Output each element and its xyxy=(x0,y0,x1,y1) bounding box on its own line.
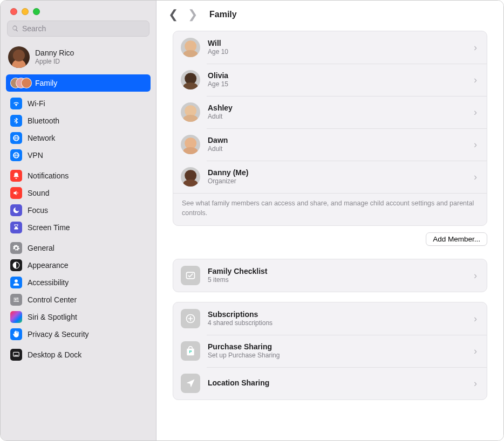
row-sub: 4 shared subscriptions xyxy=(208,319,466,327)
member-role: Organizer xyxy=(208,177,466,185)
sidebar-item-control-center[interactable]: Control Center xyxy=(6,291,151,308)
sidebar-item-focus[interactable]: Focus xyxy=(6,202,151,219)
sidebar-list[interactable]: Family Wi-Fi Bluetooth Network VPN xyxy=(1,74,156,440)
sidebar-item-vpn[interactable]: VPN xyxy=(6,147,151,164)
chevron-right-icon: › xyxy=(474,42,479,53)
chevron-right-icon: › xyxy=(474,171,479,183)
sidebar-item-label: Network xyxy=(28,134,55,142)
sidebar-item-label: Family xyxy=(35,79,57,87)
member-role: Adult xyxy=(208,113,466,121)
member-name: Will xyxy=(208,39,466,49)
sidebar-item-label: Wi-Fi xyxy=(28,99,45,108)
family-member-row[interactable]: Dawn Adult › xyxy=(173,128,487,161)
sidebar-item-label: Screen Time xyxy=(28,223,70,232)
sidebar-item-label: Focus xyxy=(28,206,48,215)
sidebar-item-label: Siri & Spotlight xyxy=(28,313,77,321)
row-title: Purchase Sharing xyxy=(208,342,466,352)
system-settings-window: Danny Rico Apple ID Family Wi-Fi Bluetoo… xyxy=(1,1,503,440)
row-title: Family Checklist xyxy=(208,267,466,277)
appearance-icon xyxy=(10,259,22,271)
sidebar-item-label: Control Center xyxy=(28,295,77,304)
sidebar-item-desktop-dock[interactable]: Desktop & Dock xyxy=(6,346,151,363)
checklist-icon xyxy=(181,266,200,285)
nav-arrows: ❮ ❯ xyxy=(168,9,197,20)
member-avatar xyxy=(181,135,200,154)
control-center-icon xyxy=(10,294,22,306)
sidebar-item-accessibility[interactable]: Accessibility xyxy=(6,274,151,291)
members-footer-text: See what family members can access and s… xyxy=(173,193,487,225)
feature-icon xyxy=(181,309,200,328)
sidebar-item-label: General xyxy=(28,244,55,252)
vpn-icon xyxy=(10,149,22,161)
sidebar-item-siri-spotlight[interactable]: Siri & Spotlight xyxy=(6,308,151,326)
sidebar-item-privacy-security[interactable]: Privacy & Security xyxy=(6,326,151,343)
sidebar-item-notifications[interactable]: Notifications xyxy=(6,167,151,184)
chevron-right-icon: › xyxy=(474,313,479,325)
family-member-row[interactable]: Olivia Age 15 › xyxy=(173,64,487,96)
bluetooth-icon xyxy=(10,115,22,127)
minimize-window-button[interactable] xyxy=(22,8,29,15)
family-members-group: Will Age 10 › Olivia Age 15 › Ashley Adu… xyxy=(173,31,487,226)
add-member-button[interactable]: Add Member... xyxy=(426,232,487,246)
account-name: Danny Rico xyxy=(35,49,74,58)
chevron-right-icon: › xyxy=(474,378,479,389)
chevron-right-icon: › xyxy=(474,270,479,281)
focus-icon xyxy=(10,204,22,216)
feature-icon xyxy=(181,374,200,393)
sidebar-item-wifi[interactable]: Wi-Fi xyxy=(6,95,151,112)
siri-icon xyxy=(10,311,22,323)
account-avatar xyxy=(8,46,30,68)
family-member-row[interactable]: Will Age 10 › xyxy=(173,31,487,64)
search-field[interactable] xyxy=(7,20,149,37)
account-sub: Apple ID xyxy=(35,58,74,65)
member-avatar xyxy=(181,70,200,89)
screen-time-icon xyxy=(10,222,22,233)
close-window-button[interactable] xyxy=(10,8,17,15)
sidebar-item-general[interactable]: General xyxy=(6,239,151,257)
feature-row[interactable]: Purchase Sharing Set up Purchase Sharing… xyxy=(173,335,487,367)
general-icon xyxy=(10,242,22,254)
row-sub: Set up Purchase Sharing xyxy=(208,352,466,360)
family-checklist-group: Family Checklist 5 items › xyxy=(173,259,487,292)
nav-back-button[interactable]: ❮ xyxy=(168,9,178,20)
toolbar: ❮ ❯ Family xyxy=(156,1,503,29)
apple-id-account-row[interactable]: Danny Rico Apple ID xyxy=(1,42,156,74)
sidebar-item-family[interactable]: Family xyxy=(6,74,151,92)
sidebar-item-appearance[interactable]: Appearance xyxy=(6,257,151,274)
chevron-right-icon: › xyxy=(474,139,479,150)
page-title: Family xyxy=(209,10,237,19)
row-title: Location Sharing xyxy=(208,378,466,388)
sound-icon xyxy=(10,187,22,199)
privacy-icon xyxy=(10,328,22,340)
family-member-row[interactable]: Danny (Me) Organizer › xyxy=(173,161,487,193)
content-scroll[interactable]: Will Age 10 › Olivia Age 15 › Ashley Adu… xyxy=(156,29,503,440)
row-title: Subscriptions xyxy=(208,310,466,320)
chevron-right-icon: › xyxy=(474,107,479,118)
feature-row[interactable]: Subscriptions 4 shared subscriptions › xyxy=(173,302,487,335)
family-icon xyxy=(10,77,30,89)
chevron-right-icon: › xyxy=(474,74,479,86)
row-sub: 5 items xyxy=(208,276,466,284)
family-member-row[interactable]: Ashley Adult › xyxy=(173,96,487,128)
sidebar-item-bluetooth[interactable]: Bluetooth xyxy=(6,112,151,129)
nav-forward-button[interactable]: ❯ xyxy=(188,9,197,20)
sidebar-item-label: Desktop & Dock xyxy=(28,350,81,359)
member-avatar xyxy=(181,102,200,122)
feature-icon xyxy=(181,341,200,361)
accessibility-icon xyxy=(10,277,22,288)
zoom-window-button[interactable] xyxy=(33,8,40,15)
sidebar-item-sound[interactable]: Sound xyxy=(6,184,151,202)
family-checklist-row[interactable]: Family Checklist 5 items › xyxy=(173,259,487,292)
desktop-dock-icon xyxy=(10,349,22,361)
sidebar-item-label: Notifications xyxy=(28,171,69,180)
sidebar-item-label: Privacy & Security xyxy=(28,330,89,339)
feature-row[interactable]: Location Sharing › xyxy=(173,367,487,399)
search-icon xyxy=(12,25,19,32)
sidebar-item-screen-time[interactable]: Screen Time xyxy=(6,219,151,236)
member-name: Olivia xyxy=(208,71,466,81)
member-name: Ashley xyxy=(208,104,466,113)
search-input[interactable] xyxy=(22,24,145,33)
family-features-group: Subscriptions 4 shared subscriptions › P… xyxy=(173,302,487,400)
sidebar-item-network[interactable]: Network xyxy=(6,129,151,147)
member-avatar xyxy=(181,167,200,187)
